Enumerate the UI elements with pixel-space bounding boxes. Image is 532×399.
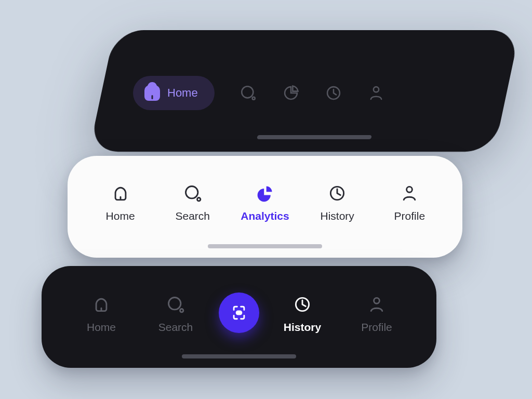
tab-profile-label: Profile <box>361 321 392 334</box>
svg-point-4 <box>185 187 197 198</box>
svg-point-7 <box>407 187 413 192</box>
profile-icon <box>400 184 419 203</box>
tab-search[interactable]: Search <box>144 295 207 334</box>
tab-home-label: Home <box>87 321 116 334</box>
svg-point-9 <box>180 309 183 312</box>
analytics-icon[interactable] <box>282 84 300 102</box>
analytics-icon <box>256 184 274 203</box>
home-icon <box>144 85 160 101</box>
tab-history-label: History <box>320 210 354 222</box>
tab-home[interactable]: Home <box>89 184 152 222</box>
tab-search-label: Search <box>158 321 193 334</box>
search-icon <box>183 184 202 203</box>
tab-profile-label: Profile <box>394 210 425 222</box>
tab-home[interactable]: Home <box>70 295 132 334</box>
tabbar-variant-3: Home Search History <box>42 266 436 368</box>
svg-point-12 <box>374 298 380 303</box>
tab-history-label: History <box>284 321 321 334</box>
tabbar-variant-2: Home Search Analytics History Profile <box>68 156 462 258</box>
home-indicator <box>182 354 296 358</box>
history-icon <box>293 295 312 314</box>
svg-rect-10 <box>236 311 243 315</box>
tab-analytics[interactable]: Analytics <box>234 184 296 222</box>
history-icon[interactable] <box>325 84 342 102</box>
history-icon <box>328 184 347 203</box>
tab-profile[interactable]: Profile <box>345 295 408 334</box>
home-indicator <box>208 244 322 248</box>
svg-point-0 <box>242 86 253 98</box>
tab-analytics-label: Analytics <box>241 210 289 222</box>
search-icon <box>166 295 185 314</box>
tab-search-label: Search <box>176 210 210 222</box>
home-icon <box>111 184 130 203</box>
tab-search[interactable]: Search <box>162 184 224 222</box>
profile-icon[interactable] <box>367 84 385 102</box>
tabbar-1-items: Home <box>102 30 507 152</box>
scan-button[interactable] <box>219 292 259 333</box>
tab-profile[interactable]: Profile <box>378 184 441 222</box>
tab-history[interactable]: History <box>271 295 334 334</box>
home-indicator <box>257 135 372 139</box>
svg-point-1 <box>252 97 255 100</box>
tabbar-mockups: Home Home Search <box>0 0 532 399</box>
tab-home-label: Home <box>167 86 198 100</box>
home-icon <box>92 295 111 314</box>
tab-home-label: Home <box>106 210 135 222</box>
svg-point-8 <box>169 298 181 310</box>
svg-point-5 <box>197 198 200 201</box>
tab-home-pill[interactable]: Home <box>133 76 215 110</box>
search-icon[interactable] <box>240 84 257 102</box>
profile-icon <box>367 295 386 314</box>
tab-history[interactable]: History <box>306 184 368 222</box>
svg-point-3 <box>374 87 379 92</box>
